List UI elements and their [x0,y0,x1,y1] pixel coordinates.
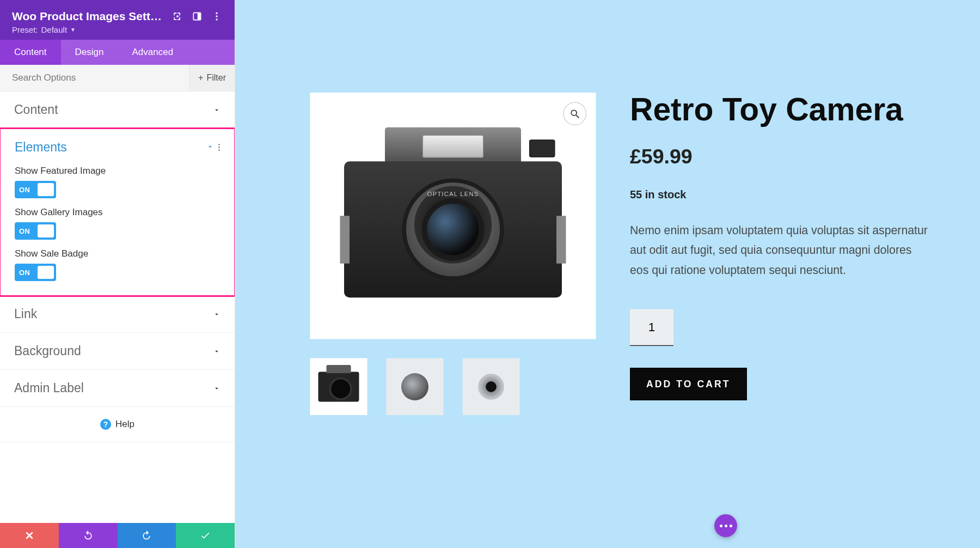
section-admin-label-head[interactable]: Admin Label [0,370,235,406]
section-content: Content [0,92,235,129]
undo-button[interactable] [59,523,118,548]
section-elements-title: Elements [15,140,67,155]
chevron-down-icon: ▼ [70,27,76,33]
module-title: Woo Product Images Settin... [12,10,164,23]
sidebar-header: Woo Product Images Settin... Preset: Def… [0,0,235,40]
label-show-gallery-images: Show Gallery Images [15,207,220,218]
product-gallery: OPTICAL LENS [310,93,596,416]
help-icon: ? [100,419,111,430]
product-info: Retro Toy Camera £59.99 55 in stock Nemo… [630,93,929,416]
field-show-sale-badge: Show Sale Badge ON [15,248,220,281]
toggle-show-sale-badge[interactable]: ON [15,264,56,281]
search-icon [569,108,580,119]
chevron-down-icon [213,310,220,318]
svg-rect-0 [176,15,178,17]
more-icon[interactable] [211,10,223,22]
field-show-gallery-images: Show Gallery Images ON [15,207,220,240]
discard-button[interactable] [0,523,59,548]
save-button[interactable] [176,523,235,548]
product-description: Nemo enim ipsam voluptatem quia voluptas… [630,222,929,281]
tab-advanced[interactable]: Advanced [118,40,187,65]
section-background: Background [0,333,235,370]
zoom-button[interactable] [564,102,587,126]
search-input[interactable] [0,65,189,91]
quantity-input[interactable] [630,309,673,346]
chevron-down-icon [213,348,220,355]
help-label: Help [115,419,134,430]
preset-prefix: Preset: [12,25,38,34]
toggle-state: ON [19,269,30,277]
product-price: £59.99 [630,145,929,169]
product-layout: OPTICAL LENS Retro Toy Camera £59.99 55 … [310,93,980,416]
product-title: Retro Toy Camera [630,93,929,126]
plus-icon: + [198,73,203,83]
camera-illustration: OPTICAL LENS [344,127,562,305]
toggle-knob [38,266,54,279]
tab-content[interactable]: Content [0,40,61,65]
toggle-state: ON [19,186,30,194]
toggle-knob [38,224,54,238]
preview-canvas: OPTICAL LENS Retro Toy Camera £59.99 55 … [235,0,980,548]
svg-point-3 [216,13,217,14]
toggle-state: ON [19,227,30,235]
preset-value: Default [41,25,68,34]
featured-image: OPTICAL LENS [310,93,596,339]
settings-tabs: Content Design Advanced [0,40,235,65]
floating-action-button[interactable] [714,514,737,537]
section-content-title: Content [14,102,58,117]
stock-status: 55 in stock [630,189,929,202]
section-link-title: Link [14,307,37,321]
thumbnail-1[interactable] [310,358,367,416]
label-show-sale-badge: Show Sale Badge [15,248,220,259]
expand-icon[interactable] [171,10,183,22]
thumbnail-strip [310,358,596,416]
section-background-head[interactable]: Background [0,333,235,369]
help-link[interactable]: ? Help [0,407,235,442]
thumbnail-2[interactable] [387,358,444,416]
settings-sidebar: Woo Product Images Settin... Preset: Def… [0,0,235,548]
field-show-featured-image: Show Featured Image ON [15,166,220,198]
preset-selector[interactable]: Preset: Default ▼ [12,25,223,34]
footer-actions [0,523,235,548]
section-content-head[interactable]: Content [0,92,235,128]
section-elements: Elements Show Featured Image ON Show Gal… [0,127,235,297]
toggle-show-gallery-images[interactable]: ON [15,222,56,240]
snap-icon[interactable] [191,10,203,22]
section-link: Link [0,296,235,333]
section-admin-label: Admin Label [0,370,235,407]
chevron-up-icon [206,143,214,153]
section-admin-label-title: Admin Label [14,381,84,395]
elements-body: Show Featured Image ON Show Gallery Imag… [1,166,234,295]
svg-rect-2 [198,13,200,20]
thumbnail-3[interactable] [463,358,520,416]
redo-button[interactable] [118,523,176,548]
section-options-icon[interactable] [218,144,220,151]
section-background-title: Background [14,344,81,358]
toggle-knob [38,183,54,196]
lens-text: OPTICAL LENS [406,191,500,198]
add-to-cart-button[interactable]: ADD TO CART [630,368,747,400]
chevron-down-icon [213,106,220,114]
label-show-featured-image: Show Featured Image [15,166,220,176]
filter-label: Filter [206,73,226,83]
svg-point-4 [216,15,217,17]
section-link-head[interactable]: Link [0,296,235,332]
chevron-down-icon [213,385,220,392]
sections-container: Content Elements Show Featured Image ON [0,92,235,523]
section-elements-head[interactable]: Elements [1,129,234,166]
search-row: + Filter [0,65,235,92]
svg-point-5 [216,19,217,20]
toggle-show-featured-image[interactable]: ON [15,181,56,198]
tab-design[interactable]: Design [61,40,118,65]
filter-button[interactable]: + Filter [189,65,235,91]
